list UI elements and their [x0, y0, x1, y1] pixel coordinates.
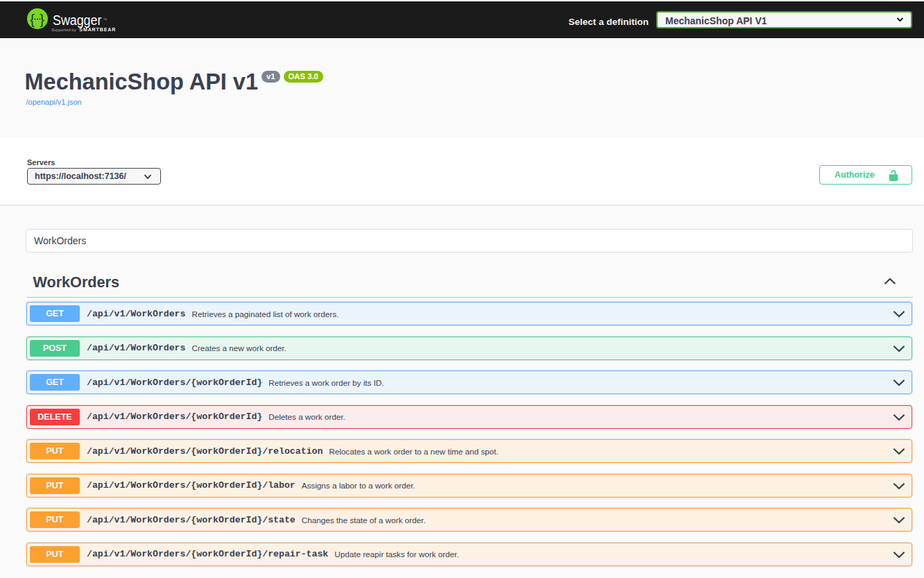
svg-text:{: {	[30, 11, 35, 26]
